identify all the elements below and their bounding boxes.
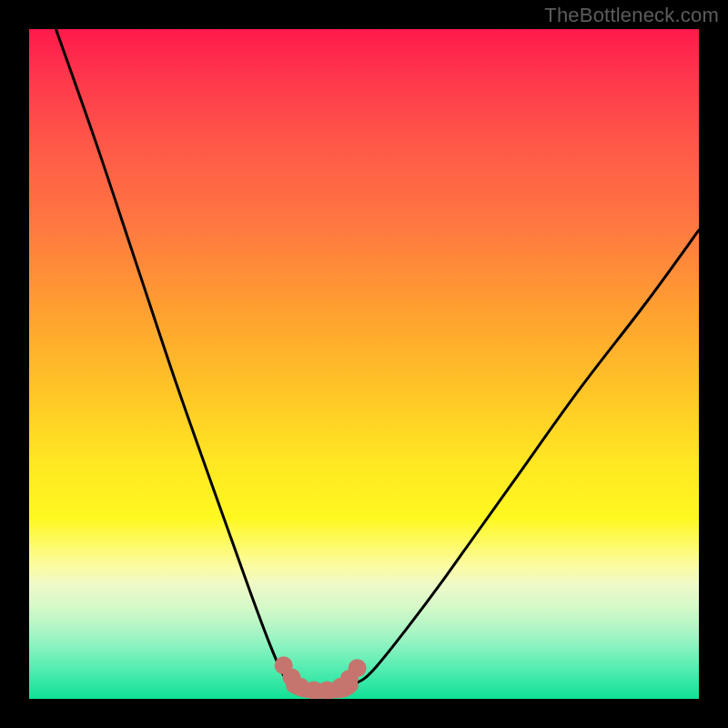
valley-marker: [349, 659, 367, 677]
chart-frame: TheBottleneck.com: [0, 0, 728, 728]
curve-curve-left: [56, 29, 293, 685]
chart-svg: [29, 29, 699, 699]
curve-curve-right: [350, 230, 699, 685]
plot-area: [29, 29, 699, 699]
chart-layer: [56, 29, 699, 699]
watermark-text: TheBottleneck.com: [544, 4, 719, 27]
